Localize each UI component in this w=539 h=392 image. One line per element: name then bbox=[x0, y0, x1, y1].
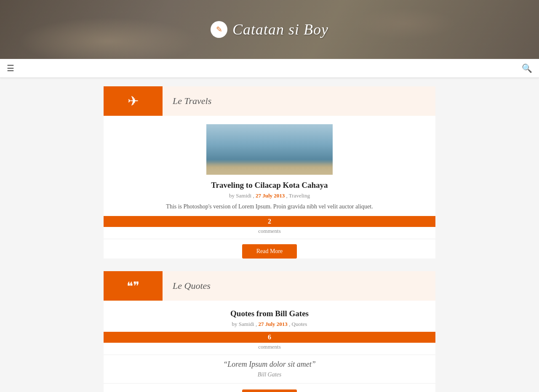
read-more-button-1[interactable]: Read More bbox=[242, 244, 297, 259]
comments-count-1: 2 bbox=[104, 216, 435, 227]
post-meta-1: by Samidi , 27 July 2013 , Traveling bbox=[104, 192, 435, 199]
category-name-2: Le Quotes bbox=[173, 280, 211, 291]
category-name-1: Le Travels bbox=[173, 96, 211, 107]
comments-count-2: 6 bbox=[104, 332, 435, 343]
search-icon[interactable]: 🔍 bbox=[522, 63, 532, 73]
post-card-1: ✈ Le Travels Traveling to Cilacap Kota C… bbox=[104, 86, 435, 259]
category-icon-box-2: ❝❞ bbox=[104, 271, 163, 301]
post-excerpt-1: This is Photoshop's version of Lorem Ips… bbox=[104, 203, 435, 210]
plane-icon: ✈ bbox=[128, 93, 139, 109]
post-author-1: Samidi bbox=[236, 192, 251, 199]
navbar: ☰ 🔍 bbox=[0, 59, 539, 78]
post-card-2: ❝❞ Le Quotes Quotes from Bill Gates by S… bbox=[104, 271, 435, 392]
post-meta-2: by Samidi , 27 July 2013 , Quotes bbox=[104, 321, 435, 328]
category-banner-1: ✈ Le Travels bbox=[104, 86, 435, 116]
post-date-2: 27 July 2013 bbox=[258, 321, 287, 327]
post-date-1: 27 July 2013 bbox=[256, 192, 285, 199]
post-category-1: Traveling bbox=[289, 192, 310, 199]
category-label-box-1: Le Travels bbox=[163, 86, 435, 116]
post-author-2: Samidi bbox=[239, 321, 254, 327]
post-image-wrap-1 bbox=[104, 124, 435, 175]
category-icon-box-1: ✈ bbox=[104, 86, 163, 116]
quote-text: “Lorem Ipsum dolor sit amet” bbox=[104, 360, 435, 369]
main-content: ✈ Le Travels Traveling to Cilacap Kota C… bbox=[97, 78, 442, 392]
brand-icon: ✎ bbox=[211, 21, 227, 38]
by-label-1: by bbox=[229, 192, 235, 199]
post-title-1: Traveling to Cilacap Kota Cahaya bbox=[104, 181, 435, 190]
read-more-button-2[interactable]: Read More bbox=[242, 389, 297, 392]
menu-icon[interactable]: ☰ bbox=[7, 63, 14, 73]
quote-author: Bill Gates bbox=[104, 371, 435, 384]
post-category-2: Quotes bbox=[292, 321, 307, 327]
by-label-2: by bbox=[232, 321, 237, 327]
site-title: Catatan si Boy bbox=[232, 21, 328, 38]
site-brand: ✎ Catatan si Boy bbox=[211, 21, 328, 38]
post-title-2: Quotes from Bill Gates bbox=[104, 309, 435, 318]
post-image-1 bbox=[206, 124, 333, 175]
hero-section: ✎ Catatan si Boy bbox=[0, 0, 539, 59]
category-banner-2: ❝❞ Le Quotes bbox=[104, 271, 435, 301]
comments-label-1: comments bbox=[104, 228, 435, 239]
comments-label-2: comments bbox=[104, 344, 435, 355]
quote-icon: ❝❞ bbox=[127, 279, 139, 293]
category-label-box-2: Le Quotes bbox=[163, 271, 435, 301]
